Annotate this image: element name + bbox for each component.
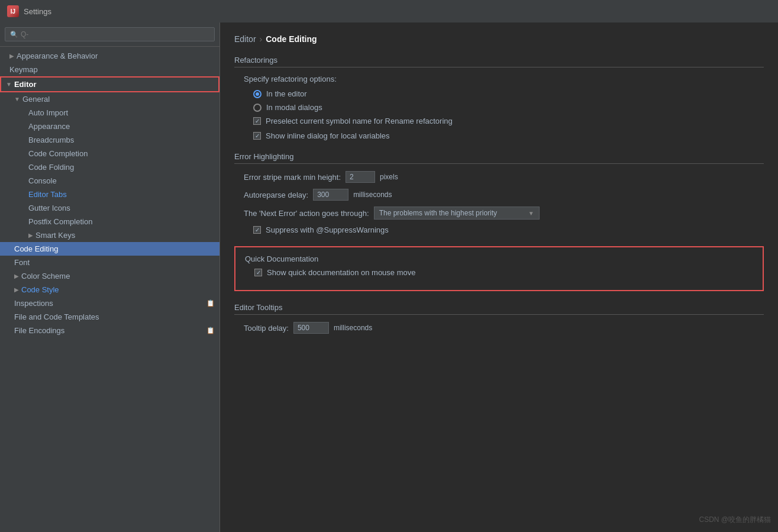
search-box: 🔍 [0, 22, 219, 47]
sidebar-item-editor-tabs[interactable]: Editor Tabs [0, 188, 219, 201]
sidebar-item-inspections[interactable]: Inspections 📋 [0, 296, 219, 310]
chevron-down-icon: ▼ [14, 96, 20, 102]
checkbox-preselect-symbol-box[interactable] [253, 117, 261, 125]
search-field-wrapper[interactable]: 🔍 [5, 27, 215, 41]
sidebar-item-general[interactable]: ▼ General [0, 92, 219, 106]
sidebar-item-label: Color Scheme [21, 272, 70, 280]
sidebar-item-label: Editor [14, 80, 37, 89]
sidebar-item-code-style[interactable]: ▶ Code Style [0, 283, 219, 296]
sidebar-item-editor[interactable]: ▼ Editor [0, 76, 219, 92]
checkbox-preselect-symbol-label: Preselect current symbol name for Rename… [266, 117, 453, 125]
watermark: CSDN @咬鱼的胖橘猫 [699, 515, 771, 525]
copy-icon-encodings: 📋 [206, 327, 215, 334]
copy-icon: 📋 [206, 299, 215, 307]
sidebar-item-label: Appearance [28, 122, 70, 131]
search-input[interactable] [21, 30, 209, 38]
tooltip-delay-input[interactable] [293, 322, 329, 334]
specify-label-row: Specify refactoring options: [234, 75, 764, 83]
sidebar-item-label: Console [28, 176, 57, 185]
radio-in-modal-btn[interactable] [253, 104, 262, 112]
sidebar-item-code-editing[interactable]: Code Editing [0, 242, 219, 256]
editor-tooltips-divider [234, 314, 764, 315]
refactorings-section: Refactorings Specify refactoring options… [234, 56, 764, 140]
sidebar-item-appearance[interactable]: Appearance [0, 120, 219, 133]
sidebar-tree: ▶ Appearance & Behavior Keymap ▼ Editor … [0, 47, 219, 532]
sidebar-item-label: File Encodings [14, 326, 64, 335]
sidebar-item-keymap[interactable]: Keymap [0, 63, 219, 76]
specify-label: Specify refactoring options: [244, 75, 337, 83]
sidebar-item-label: Breadcrumbs [28, 136, 74, 144]
editor-tooltips-title: Editor Tooltips [234, 303, 764, 312]
autoreparse-label: Autoreparse delay: [244, 191, 308, 199]
error-highlighting-title: Error Highlighting [234, 152, 764, 161]
sidebar-item-gutter-icons[interactable]: Gutter Icons [0, 201, 219, 215]
sidebar-item-label: Font [14, 258, 30, 267]
breadcrumb: Editor › Code Editing [234, 34, 764, 44]
sidebar-item-label: Code Completion [28, 149, 88, 158]
checkbox-suppress-warnings-label: Suppress with @SuppressWarnings [266, 225, 389, 234]
sidebar-item-font[interactable]: Font [0, 256, 219, 269]
window-title: Settings [24, 7, 51, 16]
chevron-right-icon: ▶ [14, 286, 19, 293]
sidebar-item-color-scheme[interactable]: ▶ Color Scheme [0, 269, 219, 283]
sidebar-item-file-code-templates[interactable]: File and Code Templates [0, 310, 219, 324]
radio-in-modal-label: In modal dialogs [266, 103, 322, 112]
sidebar-item-smart-keys[interactable]: ▶ Smart Keys [0, 228, 219, 242]
error-stripe-row: Error stripe mark min height: pixels [234, 171, 764, 183]
quick-documentation-section: Quick Documentation Show quick documenta… [234, 246, 764, 291]
checkbox-quick-doc-label: Show quick documentation on mouse move [267, 268, 415, 277]
search-icon: 🔍 [10, 31, 18, 38]
radio-in-editor-label: In the editor [266, 89, 307, 98]
checkbox-quick-doc[interactable]: Show quick documentation on mouse move [245, 268, 753, 277]
chevron-down-icon: ▼ [6, 81, 12, 88]
checkbox-show-inline-dialog-box[interactable] [253, 132, 261, 140]
autoreparse-unit: milliseconds [353, 191, 392, 199]
app-icon: IJ [7, 5, 19, 17]
sidebar-item-code-folding[interactable]: Code Folding [0, 160, 219, 174]
refactorings-divider [234, 67, 764, 67]
error-highlighting-divider [234, 163, 764, 164]
breadcrumb-current: Code Editing [266, 34, 317, 44]
chevron-right-icon: ▶ [14, 273, 19, 279]
checkbox-suppress-warnings[interactable]: Suppress with @SuppressWarnings [234, 225, 764, 234]
autoreparse-row: Autoreparse delay: milliseconds [234, 189, 764, 201]
sidebar-item-label: Editor Tabs [28, 190, 67, 199]
error-stripe-input[interactable] [346, 171, 375, 183]
next-error-dropdown[interactable]: The problems with the highest priority ▼ [374, 207, 540, 220]
tooltip-delay-label: Tooltip delay: [244, 324, 289, 333]
checkbox-show-inline-dialog[interactable]: Show inline dialog for local variables [234, 131, 764, 140]
checkbox-show-inline-dialog-label: Show inline dialog for local variables [266, 131, 390, 140]
error-stripe-unit: pixels [380, 173, 398, 181]
autoreparse-input[interactable] [313, 189, 348, 201]
sidebar-item-file-encodings[interactable]: File Encodings 📋 [0, 324, 219, 337]
tooltip-delay-unit: milliseconds [334, 324, 372, 332]
sidebar-item-label: Smart Keys [35, 231, 75, 240]
sidebar-item-breadcrumbs[interactable]: Breadcrumbs [0, 133, 219, 147]
breadcrumb-separator: › [260, 34, 263, 44]
editor-tooltips-section: Editor Tooltips Tooltip delay: milliseco… [234, 303, 764, 334]
sidebar-item-code-completion[interactable]: Code Completion [0, 147, 219, 160]
sidebar-item-label: Appearance & Behavior [17, 51, 98, 60]
sidebar-item-appearance-behavior[interactable]: ▶ Appearance & Behavior [0, 49, 219, 63]
sidebar-item-label: Code Editing [14, 244, 58, 253]
checkbox-preselect-symbol[interactable]: Preselect current symbol name for Rename… [234, 117, 764, 125]
title-bar: IJ Settings [0, 0, 778, 22]
radio-in-editor[interactable]: In the editor [234, 89, 764, 98]
sidebar-item-label: Code Folding [28, 163, 74, 172]
breadcrumb-parent: Editor [234, 34, 256, 44]
main-content: 🔍 ▶ Appearance & Behavior Keymap ▼ Edito… [0, 22, 778, 532]
checkbox-quick-doc-box[interactable] [254, 269, 262, 276]
checkbox-suppress-warnings-box[interactable] [253, 226, 261, 234]
sidebar-item-console[interactable]: Console [0, 174, 219, 188]
sidebar: 🔍 ▶ Appearance & Behavior Keymap ▼ Edito… [0, 22, 220, 532]
content-area: Editor › Code Editing Refactorings Speci… [220, 22, 778, 532]
sidebar-item-postfix-completion[interactable]: Postfix Completion [0, 215, 219, 228]
sidebar-item-label: Inspections [14, 299, 53, 308]
sidebar-item-auto-import[interactable]: Auto Import [0, 106, 219, 120]
sidebar-item-label: Postfix Completion [28, 217, 92, 226]
refactorings-title: Refactorings [234, 56, 764, 65]
radio-in-editor-btn[interactable] [253, 90, 262, 98]
sidebar-item-label: File and Code Templates [14, 312, 99, 321]
next-error-label: The 'Next Error' action goes through: [244, 209, 369, 218]
radio-in-modal[interactable]: In modal dialogs [234, 103, 764, 112]
